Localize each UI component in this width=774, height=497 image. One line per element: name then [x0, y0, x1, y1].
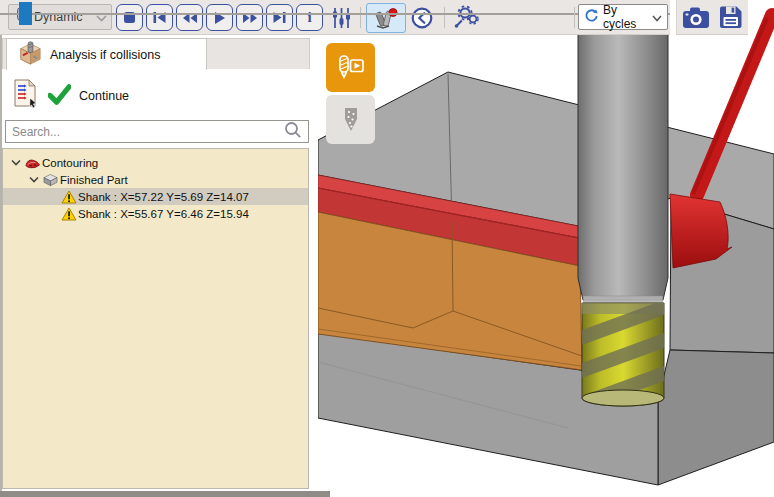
- finished-part-icon: [41, 173, 60, 187]
- search-box: [5, 120, 309, 143]
- info-icon: i: [307, 9, 311, 26]
- play-button[interactable]: [206, 4, 233, 31]
- rewind-button[interactable]: [176, 4, 203, 31]
- collision-report-icon: [10, 78, 40, 110]
- collision-analysis-panel: Analysis if collisions Continue: [0, 34, 318, 497]
- tree-row-label: Shank : X=55.67 Y=6.46 Z=15.94: [78, 208, 249, 220]
- green-check-icon: [48, 84, 71, 109]
- toolbar-separator: [360, 7, 361, 28]
- collision-warning-icon: [59, 190, 78, 204]
- speed-settings-icon: [452, 4, 480, 30]
- tree-row-shank-collision-2[interactable]: Shank : X=55.67 Y=6.46 Z=15.94: [3, 205, 308, 222]
- tool-display-mode-button[interactable]: [326, 95, 375, 144]
- tool-shank: [578, 0, 668, 300]
- machining-3d-viewport[interactable]: [318, 0, 774, 497]
- simulation-toolbar: Dynamic i: [0, 0, 774, 34]
- contouring-operation-icon: [23, 156, 42, 170]
- save-button[interactable]: [715, 4, 745, 31]
- tree-row-label: Contouring: [42, 157, 98, 169]
- skip-to-end-button[interactable]: [266, 4, 293, 31]
- collision-icon: [373, 6, 399, 30]
- tree-row-finished-part[interactable]: Finished Part: [3, 171, 308, 188]
- tree-row-shank-collision-1[interactable]: Shank : X=57.22 Y=5.69 Z=14.07: [3, 188, 308, 205]
- skip-to-start-button[interactable]: [146, 4, 173, 31]
- collision-warning-icon: [59, 207, 78, 221]
- collision-tree: Contouring Finished Part Shank : X=57.22…: [2, 148, 309, 489]
- collision-report-button[interactable]: [10, 78, 40, 114]
- save-floppy-icon: [718, 5, 743, 30]
- window-left-border: [0, 34, 2, 497]
- tool-tip: [582, 390, 664, 406]
- speed-slider-track[interactable]: [0, 13, 670, 15]
- info-button[interactable]: i: [296, 4, 323, 31]
- simulation-play-mode-button[interactable]: [326, 43, 375, 92]
- equalizer-icon: [329, 6, 353, 30]
- tree-row-label: Finished Part: [60, 174, 128, 186]
- collision-analysis-icon: [17, 39, 44, 70]
- fast-forward-button[interactable]: [236, 4, 263, 31]
- search-input[interactable]: [12, 125, 284, 139]
- milling-tool: [578, 0, 668, 411]
- tab-label: Analysis if collisions: [50, 48, 160, 62]
- chevron-down-icon[interactable]: [27, 176, 41, 183]
- continue-button[interactable]: Continue: [79, 89, 129, 103]
- toolbar-capture-group: [676, 0, 748, 35]
- stop-button[interactable]: [116, 4, 143, 31]
- search-icon[interactable]: [284, 121, 302, 143]
- window-bottom-border: [0, 491, 330, 497]
- cam-simulation-app: { "toolbar": { "mode_dropdown": {"value"…: [0, 0, 774, 497]
- step-mode-value: By cycles: [603, 3, 648, 31]
- tab-analysis-of-collisions[interactable]: Analysis if collisions: [6, 38, 207, 70]
- tree-row-contouring[interactable]: Contouring: [3, 154, 308, 171]
- gears-icon: [453, 5, 480, 29]
- panel-tab-bar: Analysis if collisions: [2, 38, 310, 69]
- step-mode-dropdown[interactable]: By cycles: [578, 4, 668, 30]
- collision-actions-row: Continue: [10, 76, 129, 116]
- collision-detection-toggle[interactable]: [366, 3, 406, 33]
- toolbar-separator: [444, 7, 445, 28]
- screenshot-button[interactable]: [680, 4, 712, 31]
- tool-dots-icon: [335, 104, 367, 136]
- simulation-history-button[interactable]: [408, 4, 436, 31]
- tree-row-label: Shank : X=57.22 Y=5.69 Z=14.07: [78, 191, 249, 203]
- cycle-refresh-icon: [584, 8, 599, 27]
- chevron-down-icon[interactable]: [9, 159, 23, 166]
- toolbar-separator: [574, 7, 575, 28]
- tool-play-icon: [335, 52, 367, 84]
- speed-slider-handle[interactable]: [19, 2, 32, 25]
- history-back-icon: [410, 6, 434, 30]
- camera-icon: [681, 6, 711, 30]
- chevron-down-icon: [652, 8, 662, 26]
- toolbar-main-group: Dynamic i: [0, 0, 670, 35]
- chevron-down-icon: [96, 8, 107, 26]
- simulation-settings-button[interactable]: [326, 4, 356, 31]
